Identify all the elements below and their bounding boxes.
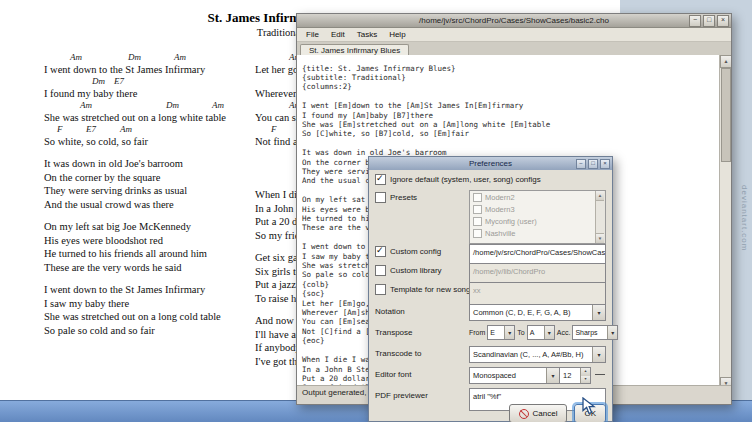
preset-checkbox (473, 217, 482, 226)
lyric-line: On my left sat big Joe McKennedy (44, 220, 254, 234)
menu-tasks[interactable]: Tasks (351, 29, 383, 40)
chevron-down-icon[interactable]: ▾ (607, 326, 617, 339)
presets-checkbox[interactable] (375, 192, 386, 203)
transpose-from-select[interactable]: E ▾ (487, 325, 515, 340)
preset-checkbox (473, 229, 482, 238)
to-value: A (530, 329, 535, 336)
chord-row: Am Dm Am (44, 100, 254, 111)
lyric-line: I went down to the St James Infirmary (44, 283, 254, 297)
font-sample-line (595, 374, 605, 375)
maximize-button[interactable]: □ (703, 15, 715, 27)
transcode-value: Scandinavian (C, ..., A, A#/Bb, H) (473, 350, 583, 359)
window-titlebar[interactable]: /home/jv/src/ChordPro/Cases/ShowCases/ba… (297, 14, 731, 28)
from-label: From (469, 329, 485, 336)
template-checkbox[interactable] (375, 284, 386, 295)
font-size-value: 12 (560, 368, 580, 383)
transcode-select[interactable]: Scandinavian (C, ..., A, A#/Bb, H) ▾ (469, 346, 606, 363)
window-title: /home/jv/src/ChordPro/Cases/ShowCases/ba… (419, 16, 609, 25)
chord: Am (174, 52, 186, 62)
chevron-down-icon[interactable]: ▾ (504, 326, 514, 339)
close-button[interactable]: × (717, 15, 729, 27)
chevron-down-icon[interactable]: ▾ (544, 326, 554, 339)
editor-font-value: Monospaced (473, 371, 516, 380)
dialog-body: Ignore default (system, user, song) conf… (369, 170, 612, 421)
custom-config-label: Custom config (390, 247, 441, 256)
menu-edit[interactable]: Edit (325, 29, 351, 40)
font-size-spinner[interactable]: 12 ▴ ▾ (559, 367, 591, 384)
scrollbar-thumb[interactable] (721, 68, 731, 162)
cancel-icon (519, 409, 529, 419)
lyric-line: She was stretched out on a long white ta… (44, 111, 254, 124)
ignore-default-label: Ignore default (system, user, song) conf… (390, 175, 541, 184)
spinner-down-icon[interactable]: ▾ (581, 376, 590, 384)
status-text: Output generated, (302, 388, 367, 397)
chord: Dm (128, 52, 141, 62)
mouse-cursor (582, 397, 598, 415)
wallpaper-watermark: deviantart.com (740, 185, 749, 251)
preset-checkbox (473, 205, 482, 214)
lyric-line: He turned to his friends all around him (44, 247, 254, 261)
chevron-down-icon[interactable]: ▾ (592, 347, 605, 362)
dialog-titlebar[interactable]: Preferences − □ × (369, 157, 612, 170)
lyric-line: It was down in old Joe's barroom (44, 157, 254, 171)
preset-item: Modern2 (470, 191, 605, 203)
custom-config-checkbox[interactable] (375, 246, 386, 257)
lyric-line: On the corner by the square (44, 171, 254, 185)
lyric-line: I saw my baby there (44, 297, 254, 311)
chord: Am (80, 100, 92, 110)
chevron-down-icon[interactable]: ▾ (546, 368, 559, 383)
lyric-line: I found my baby there (44, 87, 254, 100)
preset-label: Modern2 (485, 193, 515, 202)
custom-library-label: Custom library (390, 266, 442, 275)
chord: Am (70, 52, 82, 62)
pdf-previewer-label: PDF previewer (375, 391, 428, 400)
dialog-maximize-button[interactable]: □ (588, 159, 598, 169)
transpose-label: Transpose (375, 328, 413, 337)
acc-value: Sharps (575, 329, 597, 336)
dialog-minimize-button[interactable]: − (576, 159, 586, 169)
verse-4: I went down to the St James Infirmary I … (44, 283, 254, 337)
preset-label: Modern3 (485, 205, 515, 214)
dialog-title: Preferences (469, 159, 512, 168)
chord: Dm (166, 100, 179, 110)
editor-scrollbar[interactable]: ▲ ▼ (719, 55, 731, 390)
lyric-line: So pale so cold and so fair (44, 324, 254, 338)
verse-2: It was down in old Joe's barroom On the … (44, 157, 254, 211)
menu-help[interactable]: Help (383, 29, 411, 40)
chord: F (271, 124, 277, 134)
template-input: xx (469, 282, 606, 305)
accidentals-select[interactable]: Sharps ▾ (572, 325, 618, 340)
scroll-up-icon: ▲ (596, 191, 604, 201)
menu-file[interactable]: File (300, 29, 325, 40)
acc-label: Acc. (557, 329, 571, 336)
menu-bar: File Edit Tasks Help (297, 28, 731, 42)
to-label: To (517, 329, 524, 336)
preset-item: Nashville (470, 227, 605, 239)
preferences-dialog: Preferences − □ × Ignore default (system… (368, 156, 613, 422)
minimize-button[interactable]: − (689, 15, 701, 27)
template-label: Template for new songs (390, 285, 475, 294)
custom-library-checkbox[interactable] (375, 265, 386, 276)
desktop: deviantart.com St. James Infirmary Blues… (0, 0, 752, 422)
scroll-up-icon[interactable]: ▲ (720, 55, 731, 68)
chord-row: Am Dm Am (44, 52, 254, 63)
chord-row: F E7 Am (44, 124, 254, 135)
notation-select[interactable]: Common (C, D, E, F, G, A, B) ▾ (469, 304, 606, 321)
presets-listbox: Modern2 Modern3 Myconfig (user) Nashvill… (469, 190, 606, 244)
cancel-button[interactable]: Cancel (509, 404, 568, 422)
lyric-line: These are the very words he said (44, 261, 254, 275)
notation-value: Common (C, D, E, F, G, A, B) (473, 308, 571, 317)
listbox-scrollbar: ▲ ▼ (595, 191, 605, 243)
dialog-close-button[interactable]: × (600, 159, 610, 169)
editor-font-select[interactable]: Monospaced ▾ (469, 367, 560, 384)
chord: F (57, 124, 63, 134)
lyric-line: His eyes were bloodshot red (44, 234, 254, 248)
spinner-up-icon[interactable]: ▴ (581, 368, 590, 376)
presets-label: Presets (390, 193, 417, 202)
transpose-to-select[interactable]: A ▾ (527, 325, 555, 340)
ignore-default-checkbox[interactable] (375, 174, 386, 185)
chord: Dm (92, 76, 105, 86)
chevron-down-icon[interactable]: ▾ (592, 305, 605, 320)
verse-1: Am Dm Am I went down to the St James Inf… (44, 52, 254, 148)
preset-label: Nashville (485, 229, 515, 238)
